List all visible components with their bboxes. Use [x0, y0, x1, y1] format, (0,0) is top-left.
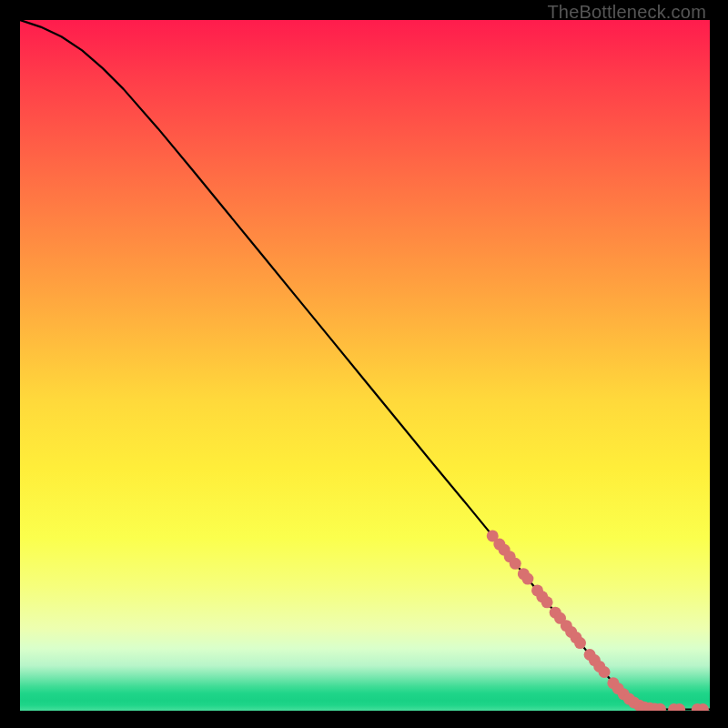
curve-markers: [487, 530, 709, 711]
curve-marker: [541, 596, 553, 608]
plot-area: [20, 20, 710, 711]
curve-marker: [574, 637, 586, 649]
bottleneck-curve: [20, 20, 710, 709]
chart-stage: TheBottleneck.com: [0, 0, 728, 728]
chart-svg: [20, 20, 710, 711]
curve-marker: [510, 558, 521, 570]
curve-marker: [599, 666, 611, 678]
curve-marker: [521, 573, 533, 585]
